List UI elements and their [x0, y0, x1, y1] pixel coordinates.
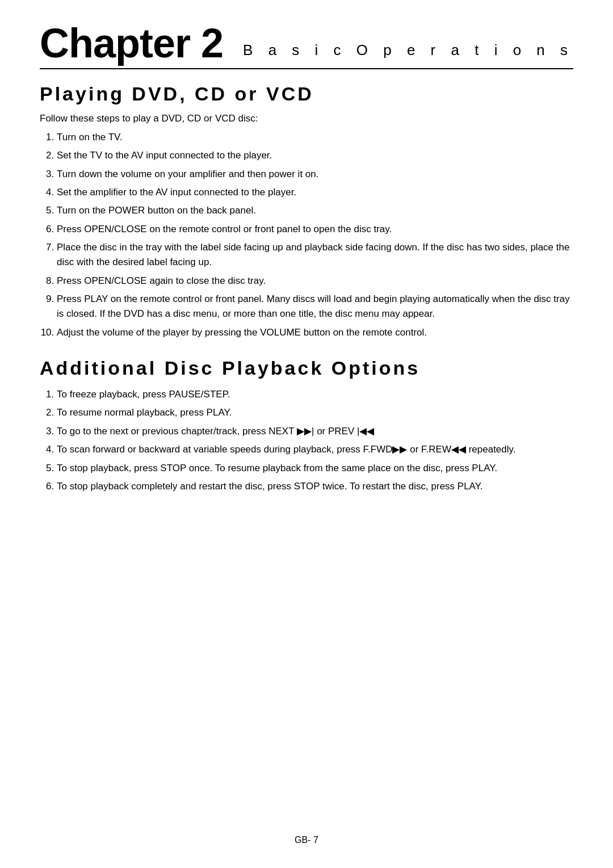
list-item: Turn on the POWER button on the back pan… [57, 203, 573, 218]
list-item: Press OPEN/CLOSE again to close the disc… [57, 274, 573, 288]
chapter-title: Chapter 2 [40, 23, 223, 64]
list-item: Set the TV to the AV input connected to … [57, 148, 573, 163]
section1-intro: Follow these steps to play a DVD, CD or … [40, 113, 573, 124]
list-item: To stop playback completely and restart … [57, 479, 573, 494]
list-item: Press PLAY on the remote control or fron… [57, 292, 573, 322]
list-item: Turn on the TV. [57, 130, 573, 145]
list-item: To resume normal playback, press PLAY. [57, 405, 573, 420]
section1-title: Playing DVD, CD or VCD [40, 83, 573, 105]
page-footer: GB- 7 [0, 835, 613, 845]
list-item: To go to the next or previous chapter/tr… [57, 424, 573, 439]
list-item: Set the amplifier to the AV input connec… [57, 185, 573, 200]
list-item: To stop playback, press STOP once. To re… [57, 461, 573, 476]
section2-title: Additional Disc Playback Options [40, 357, 573, 379]
page-header: Chapter 2 B a s i c O p e r a t i o n s [40, 23, 573, 69]
page-number: GB- 7 [295, 835, 318, 845]
section-playing-dvd: Playing DVD, CD or VCD Follow these step… [40, 83, 573, 340]
section-additional-options: Additional Disc Playback Options To free… [40, 357, 573, 494]
list-item: Press OPEN/CLOSE on the remote control o… [57, 222, 573, 237]
list-item: Turn down the volume on your amplifier a… [57, 167, 573, 182]
section1-steps-list: Turn on the TV. Set the TV to the AV inp… [57, 130, 573, 340]
list-item: Place the disc in the tray with the labe… [57, 240, 573, 270]
list-item: To scan forward or backward at variable … [57, 442, 573, 457]
section2-steps-list: To freeze playback, press PAUSE/STEP. To… [57, 387, 573, 494]
page: Chapter 2 B a s i c O p e r a t i o n s … [0, 0, 613, 868]
list-item: Adjust the volume of the player by press… [57, 325, 573, 340]
list-item: To freeze playback, press PAUSE/STEP. [57, 387, 573, 402]
chapter-subtitle: B a s i c O p e r a t i o n s [243, 41, 573, 64]
